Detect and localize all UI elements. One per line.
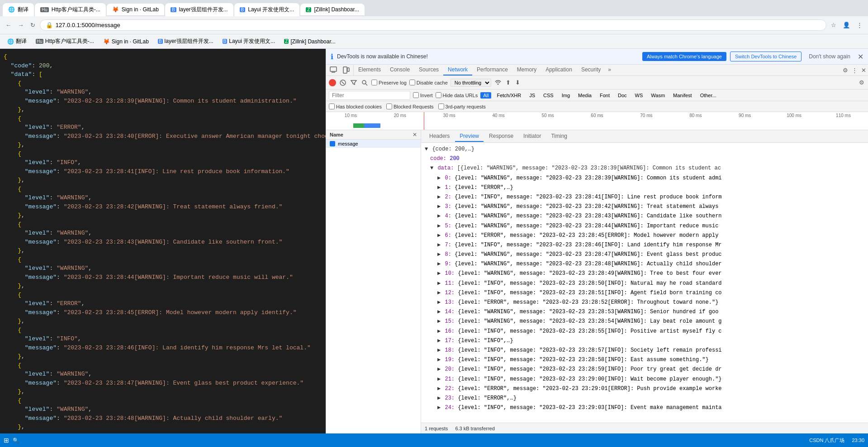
invert-checkbox[interactable] bbox=[413, 92, 419, 98]
filter-fetch-xhr[interactable]: Fetch/XHR bbox=[494, 92, 524, 99]
tree-data-toggle[interactable]: ▼ bbox=[430, 165, 433, 171]
tree-item-2[interactable]: ▶ 2: {level: "INFO", message: "2023-02-2… bbox=[421, 193, 868, 202]
tree-item-7[interactable]: ▶ 7: {level: "INFO", message: "2023-02-2… bbox=[421, 240, 868, 250]
filter-doc[interactable]: Doc bbox=[615, 92, 630, 99]
import-button[interactable]: ⬆ bbox=[505, 78, 512, 87]
tree-item-18[interactable]: ▶ 18: {level: "INFO", message: "2023-02-… bbox=[421, 346, 868, 355]
forward-button[interactable]: → bbox=[16, 20, 25, 30]
tab-application[interactable]: Application bbox=[541, 65, 577, 75]
tab-http[interactable]: Hu Http客户端工具类-... bbox=[35, 3, 106, 16]
tree-toggle-4[interactable]: ▶ bbox=[437, 213, 441, 219]
tab-zillnk[interactable]: Z [Zillnk] Dashboar... bbox=[300, 4, 364, 15]
tree-item-17[interactable]: ▶ 17: {level: "INFO",…} bbox=[421, 336, 868, 346]
inspect-element-button[interactable] bbox=[328, 65, 339, 75]
tree-toggle-6[interactable]: ▶ bbox=[437, 232, 441, 239]
tree-item-16[interactable]: ▶ 16: {level: "INFO", message: "2023-02-… bbox=[421, 327, 868, 336]
preview-tab-headers[interactable]: Headers bbox=[425, 131, 454, 142]
disable-cache-label[interactable]: Disable cache bbox=[409, 80, 448, 85]
tree-item-11[interactable]: ▶ 11: {level: "INFO", message: "2023-02-… bbox=[421, 279, 868, 288]
bookmark-layer[interactable]: B layer强层组件开发... bbox=[154, 37, 217, 46]
tree-toggle-23[interactable]: ▶ bbox=[437, 395, 441, 401]
bookmark-zillnk[interactable]: Z [Zillnk] Dashboar... bbox=[280, 38, 339, 46]
bookmark-http[interactable]: Hu Http客户端工具类-... bbox=[32, 37, 98, 46]
blocked-requests-checkbox[interactable] bbox=[386, 104, 392, 109]
tree-item-10[interactable]: ▶ 10: {level: "WARNING", message: "2023-… bbox=[421, 269, 868, 278]
filter-font[interactable]: Font bbox=[597, 92, 612, 99]
export-button[interactable]: ⬇ bbox=[514, 78, 521, 87]
tree-toggle-10[interactable]: ▶ bbox=[437, 270, 441, 277]
tab-security[interactable]: Security bbox=[577, 65, 605, 75]
tree-item-8[interactable]: ▶ 8: {level: "WARNING", message: "2023-0… bbox=[421, 250, 868, 259]
filter-ws[interactable]: WS bbox=[632, 92, 646, 99]
tree-toggle-9[interactable]: ▶ bbox=[437, 261, 441, 267]
preserve-log-checkbox[interactable] bbox=[371, 80, 377, 85]
tree-toggle-13[interactable]: ▶ bbox=[437, 299, 441, 306]
tree-item-13[interactable]: ▶ 13: {level: "ERROR", message: "2023-02… bbox=[421, 298, 868, 307]
close-name-panel-button[interactable]: ✕ bbox=[413, 132, 417, 138]
close-notification-button[interactable]: ✕ bbox=[858, 52, 863, 61]
tree-item-19[interactable]: ▶ 19: {level: "INFO", message: "2023-02-… bbox=[421, 355, 868, 365]
address-bar[interactable]: 🔒 127.0.0.1:5000/message bbox=[40, 19, 826, 31]
bookmark-translate[interactable]: 🌐 翻译 bbox=[4, 37, 30, 46]
tree-toggle-15[interactable]: ▶ bbox=[437, 318, 441, 325]
has-blocked-checkbox[interactable] bbox=[329, 104, 335, 109]
tree-toggle-11[interactable]: ▶ bbox=[437, 280, 441, 287]
filter-button[interactable] bbox=[350, 79, 358, 87]
preview-tab-initiator[interactable]: Initiator bbox=[519, 131, 545, 142]
network-row-message[interactable]: message bbox=[326, 140, 421, 148]
bookmark-button[interactable]: ☆ bbox=[829, 20, 838, 30]
tree-toggle-3[interactable]: ▶ bbox=[437, 203, 441, 210]
tree-item-20[interactable]: ▶ 20: {level: "INFO", message: "2023-02-… bbox=[421, 365, 868, 374]
bookmark-layui[interactable]: B Layui 开发使用文... bbox=[219, 37, 279, 46]
switch-devtools-button[interactable]: Switch DevTools to Chinese bbox=[730, 52, 802, 61]
filter-input[interactable] bbox=[329, 91, 410, 100]
preserve-log-label[interactable]: Preserve log bbox=[371, 80, 407, 85]
tree-item-15[interactable]: ▶ 15: {level: "WARNING", message: "2023-… bbox=[421, 317, 868, 326]
tree-item-14[interactable]: ▶ 14: {level: "WARNING", message: "2023-… bbox=[421, 307, 868, 317]
profile-button[interactable]: 👤 bbox=[841, 20, 852, 30]
tree-toggle-0[interactable]: ▶ bbox=[437, 175, 441, 181]
back-button[interactable]: ← bbox=[4, 20, 13, 30]
filter-manifest[interactable]: Manifest bbox=[670, 92, 695, 99]
devtools-settings-button[interactable]: ⚙ bbox=[841, 65, 850, 75]
bookmark-gitlab[interactable]: 🦊 Sign in · GitLab bbox=[100, 38, 152, 46]
tab-layer[interactable]: B layer强层组件开发... bbox=[165, 3, 233, 16]
tab-performance[interactable]: Performance bbox=[472, 65, 512, 75]
tree-item-12[interactable]: ▶ 12: {level: "INFO", message: "2023-02-… bbox=[421, 288, 868, 298]
preview-tab-response[interactable]: Response bbox=[484, 131, 518, 142]
device-toolbar-button[interactable] bbox=[341, 65, 351, 75]
tree-toggle-2[interactable]: ▶ bbox=[437, 194, 441, 200]
has-blocked-label[interactable]: Has blocked cookies bbox=[329, 104, 382, 109]
filter-media[interactable]: Media bbox=[575, 92, 594, 99]
filter-css[interactable]: CSS bbox=[541, 92, 556, 99]
filter-all[interactable]: All bbox=[480, 92, 491, 99]
tree-toggle-22[interactable]: ▶ bbox=[437, 386, 441, 392]
tree-toggle-17[interactable]: ▶ bbox=[437, 338, 441, 344]
hide-data-checkbox[interactable] bbox=[436, 92, 441, 98]
tree-toggle-21[interactable]: ▶ bbox=[437, 376, 441, 382]
tree-root[interactable]: ▼ {code: 200,…} bbox=[421, 145, 868, 154]
preview-tab-timing[interactable]: Timing bbox=[546, 131, 572, 142]
menu-button[interactable]: ⋮ bbox=[855, 20, 864, 30]
hide-data-label[interactable]: Hide data URLs bbox=[436, 92, 478, 98]
tab-network[interactable]: Network bbox=[443, 65, 472, 75]
tab-elements[interactable]: Elements bbox=[354, 65, 385, 75]
tab-memory[interactable]: Memory bbox=[512, 65, 541, 75]
tree-toggle-16[interactable]: ▶ bbox=[437, 328, 441, 334]
tab-gitlab[interactable]: 🦊 Sign in · GitLab bbox=[107, 4, 164, 15]
tree-toggle-1[interactable]: ▶ bbox=[437, 184, 441, 191]
disable-cache-checkbox[interactable] bbox=[409, 80, 415, 85]
dont-show-again-button[interactable]: Don't show again bbox=[809, 53, 850, 60]
third-party-label[interactable]: 3rd-party requests bbox=[438, 104, 486, 109]
tree-data-root[interactable]: ▼ data: [{level: "WARNING", message: "20… bbox=[421, 164, 868, 173]
search-button[interactable] bbox=[360, 79, 369, 87]
tree-toggle-5[interactable]: ▶ bbox=[437, 223, 441, 229]
tree-toggle-20[interactable]: ▶ bbox=[437, 366, 441, 372]
tree-toggle-14[interactable]: ▶ bbox=[437, 309, 441, 315]
tree-toggle-7[interactable]: ▶ bbox=[437, 242, 441, 248]
tree-item-24[interactable]: ▶ 24: {level: "INFO", message: "2023-02-… bbox=[421, 403, 868, 413]
tab-translate[interactable]: 🌐 翻译 bbox=[3, 3, 34, 16]
tree-toggle-18[interactable]: ▶ bbox=[437, 347, 441, 353]
tab-more[interactable]: » bbox=[605, 65, 614, 75]
invert-label[interactable]: Invert bbox=[413, 92, 433, 98]
